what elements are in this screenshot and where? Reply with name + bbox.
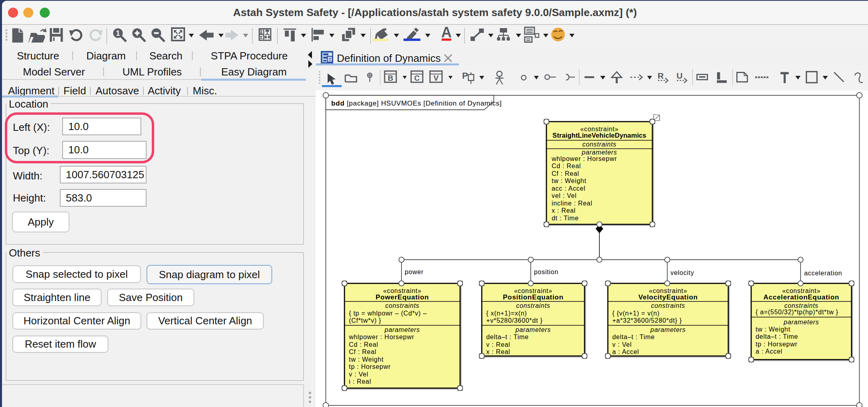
svg-text:bdd [package] HSUVMOEs [Defini: bdd [package] HSUVMOEs [Definition of Dy… [331, 100, 502, 107]
svg-text:parameters: parameters [515, 326, 551, 333]
svg-text:tw : Weight: tw : Weight [349, 356, 384, 363]
svg-text:a : Accel: a : Accel [612, 348, 639, 355]
svg-text:incline : Real: incline : Real [552, 200, 592, 207]
svg-text:PositionEquation: PositionEquation [503, 293, 564, 301]
svg-text:parameters: parameters [384, 326, 420, 333]
svg-text:+v*5280/3600*dt }: +v*5280/3600*dt } [486, 317, 542, 324]
svg-text:delta–t : Time: delta–t : Time [612, 334, 655, 340]
svg-text:v : Real: v : Real [486, 341, 510, 348]
svg-text:tp : Horsepwr: tp : Horsepwr [349, 363, 391, 370]
svg-text:StraightLineVehicleDynamics: StraightLineVehicleDynamics [552, 132, 646, 139]
svg-text:i : Real: i : Real [349, 378, 371, 385]
svg-text:parameters: parameters [581, 149, 617, 156]
svg-text:VelocityEquation: VelocityEquation [638, 293, 698, 301]
svg-text:Cf : Real: Cf : Real [349, 348, 377, 355]
svg-text:(Cf*tw*v) }: (Cf*tw*v) } [349, 317, 381, 324]
svg-text:position: position [534, 269, 558, 275]
svg-text:parameters: parameters [650, 326, 686, 333]
svg-text:{ tp = whlpowr – (Cd*v) –: { tp = whlpowr – (Cd*v) – [349, 310, 427, 317]
svg-text:constraints: constraints [784, 302, 818, 309]
svg-text:constraints: constraints [651, 302, 685, 309]
svg-text:Cf : Real: Cf : Real [552, 170, 579, 177]
svg-text:acc : Accel: acc : Accel [552, 185, 585, 192]
svg-text:{ a=(550/32)*tp(hp)*dt*tw }: { a=(550/32)*tp(hp)*dt*tw } [756, 309, 838, 315]
svg-text:delta–t : Time: delta–t : Time [756, 333, 798, 340]
svg-text:tw : Weight: tw : Weight [756, 326, 791, 333]
svg-text:tw : Weight: tw : Weight [552, 177, 587, 184]
svg-text:dt : Time: dt : Time [552, 215, 579, 222]
svg-text:V: V [434, 74, 439, 82]
svg-text:Cd : Real: Cd : Real [349, 341, 378, 348]
svg-text:1: 1 [116, 29, 120, 37]
svg-text:constraints: constraints [516, 302, 550, 309]
svg-text:velocity: velocity [670, 269, 694, 276]
svg-text:constraints: constraints [582, 141, 616, 148]
svg-text:v : Vel: v : Vel [349, 371, 368, 378]
svg-text:PowerEquation: PowerEquation [376, 293, 429, 301]
svg-text:R: R [658, 71, 664, 80]
svg-text:delta–t : Time: delta–t : Time [486, 334, 529, 340]
svg-text:{ {v(n+1) = v(n): { {v(n+1) = v(n) [612, 310, 660, 317]
svg-text:whlpower : Horsepwr: whlpower : Horsepwr [348, 334, 414, 340]
svg-text:parameters: parameters [783, 319, 819, 326]
svg-text:constraints: constraints [385, 302, 419, 309]
svg-text:B: B [388, 74, 393, 82]
svg-text:{ x(n+1)=x(n): { x(n+1)=x(n) [486, 310, 527, 317]
svg-text:C: C [414, 74, 420, 82]
svg-text:vel : Vel: vel : Vel [552, 192, 577, 199]
svg-text:whlpower : Horsepwr: whlpower : Horsepwr [551, 155, 617, 162]
svg-text:P: P [462, 71, 468, 81]
svg-text:U: U [676, 71, 683, 80]
svg-text:x : Real: x : Real [486, 348, 510, 355]
svg-text:v : Vel: v : Vel [612, 341, 632, 348]
svg-text:x : Real: x : Real [552, 207, 576, 214]
svg-text:Cd : Real: Cd : Real [552, 163, 581, 169]
svg-text:A: A [441, 25, 452, 41]
svg-text:a : Accel: a : Accel [756, 348, 782, 355]
svg-text:acceleration: acceleration [804, 270, 842, 277]
svg-text:AccelerationEquation: AccelerationEquation [764, 293, 839, 301]
svg-text:+a*32*3600/5280*dt} }: +a*32*3600/5280*dt} } [612, 317, 682, 324]
svg-text:power: power [405, 269, 424, 275]
svg-text:tp : Horsepwr: tp : Horsepwr [756, 341, 797, 348]
